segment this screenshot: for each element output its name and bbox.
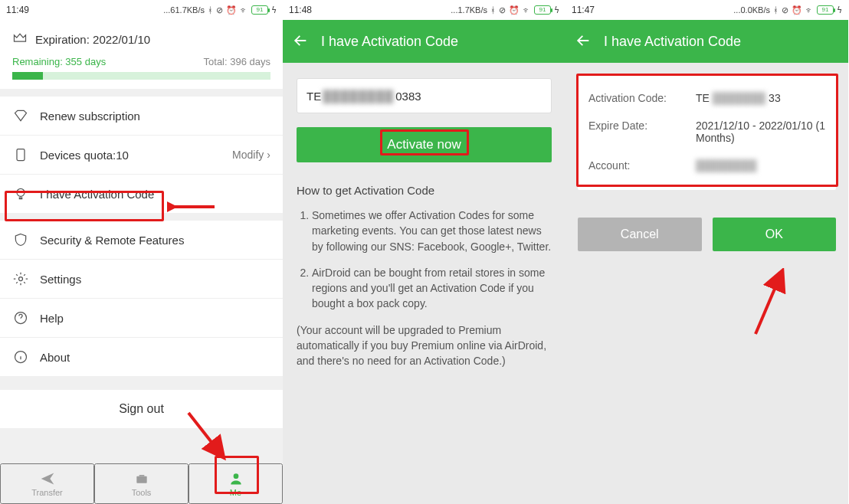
redacted-code: ███████ [713, 92, 765, 104]
svg-line-9 [756, 273, 782, 334]
status-bar: 11:47 ...0.0KB/s ᚼ ⊘ ⏰ ᯤ 91 ϟ [565, 0, 848, 20]
alarm-icon: ⏰ [226, 5, 237, 15]
about-label: About [40, 351, 270, 364]
howto-section: How to get Activation Code Sometimes we … [297, 184, 552, 369]
info-row-account: Account: ████████ [588, 152, 825, 179]
svg-rect-0 [17, 149, 25, 161]
back-arrow-icon [575, 32, 592, 49]
info-row-code: Activation Code: TE ███████ 33 [588, 84, 825, 112]
devices-quota-row[interactable]: Devices quota:10 Modify › [0, 136, 283, 174]
wifi-icon: ᯤ [805, 5, 814, 15]
confirm-button-row: Cancel OK [565, 202, 848, 267]
nav-transfer[interactable]: Transfer [0, 463, 94, 504]
dnd-icon: ⊘ [216, 5, 223, 15]
about-row[interactable]: About [0, 338, 283, 376]
quota-modify[interactable]: Modify › [232, 149, 270, 161]
settings-row[interactable]: Settings [0, 260, 283, 298]
crown-icon [12, 31, 28, 48]
wifi-icon: ᯤ [240, 5, 248, 15]
bluetooth-icon: ᚼ [490, 5, 496, 15]
charging-icon: ϟ [271, 5, 277, 15]
quota-label: Devices quota:10 [40, 149, 221, 162]
screen-activation-input: 11:48 ...1.7KB/s ᚼ ⊘ ⏰ ᯤ 91 ϟ I have Act… [283, 0, 565, 504]
howto-item-2: AirDroid can be bought from retail store… [312, 265, 552, 312]
renew-label: Renew subscription [40, 110, 270, 123]
diamond-icon [12, 107, 29, 124]
page-title: I have Activation Code [604, 34, 741, 50]
expiration-label: Expiration: 2022/01/10 [35, 33, 150, 46]
howto-title: How to get Activation Code [297, 184, 552, 197]
ok-button[interactable]: OK [713, 218, 837, 251]
expiration-progress-fill [12, 72, 43, 80]
howto-note: (Your account will be upgraded to Premiu… [297, 322, 552, 369]
app-bar: I have Activation Code [283, 20, 565, 63]
settings-label: Settings [40, 273, 270, 286]
activate-now-button[interactable]: Activate now [297, 127, 552, 162]
battery-icon: 91 [817, 5, 834, 15]
battery-icon: 91 [251, 5, 268, 15]
activation-label: I have Activation Code [40, 188, 270, 201]
svg-point-1 [17, 188, 25, 196]
charging-icon: ϟ [554, 5, 559, 15]
screen-activation-confirm: 11:47 ...0.0KB/s ᚼ ⊘ ⏰ ᯤ 91 ϟ I have Act… [565, 0, 848, 504]
page-title: I have Activation Code [321, 34, 458, 50]
toolbox-icon [134, 471, 149, 486]
total-days: Total: 396 days [204, 56, 270, 67]
redacted-account: ████████ [696, 159, 756, 172]
chevron-right-icon: › [267, 149, 270, 161]
back-button[interactable] [575, 32, 592, 51]
info-icon [12, 349, 29, 365]
alarm-icon: ⏰ [792, 5, 802, 15]
activation-info-card: Activation Code: TE ███████ 33 Expire Da… [578, 75, 836, 190]
app-bar: I have Activation Code [565, 20, 848, 63]
status-bar: 11:49 ...61.7KB/s ᚼ ⊘ ⏰ ᯤ 91 ϟ [0, 0, 283, 20]
dnd-icon: ⊘ [499, 5, 506, 15]
wifi-icon: ᯤ [523, 5, 531, 15]
gear-icon [12, 270, 29, 287]
expiration-block: Expiration: 2022/01/10 Remaining: 355 da… [0, 20, 283, 89]
expiration-progress [12, 72, 270, 80]
security-row[interactable]: Security & Remote Features [0, 221, 283, 259]
bluetooth-icon: ᚼ [208, 5, 213, 15]
status-right: ...61.7KB/s ᚼ ⊘ ⏰ ᯤ 91 ϟ [162, 5, 277, 15]
sign-out-button[interactable]: Sign out [0, 390, 283, 428]
nav-me[interactable]: Me [188, 463, 283, 504]
bluetooth-icon: ᚼ [773, 5, 779, 15]
lightbulb-icon [12, 185, 29, 202]
status-time: 11:47 [572, 5, 595, 15]
activation-code-row[interactable]: I have Activation Code [0, 175, 283, 213]
renew-subscription-row[interactable]: Renew subscription [0, 97, 283, 135]
status-bar: 11:48 ...1.7KB/s ᚼ ⊘ ⏰ ᯤ 91 ϟ [283, 0, 565, 20]
svg-point-6 [233, 473, 238, 479]
bottom-nav: Transfer Tools Me [0, 463, 283, 504]
back-button[interactable] [292, 32, 309, 51]
shield-icon [12, 231, 29, 248]
svg-rect-5 [136, 476, 146, 483]
dnd-icon: ⊘ [782, 5, 788, 15]
device-icon [12, 146, 29, 163]
svg-point-2 [19, 277, 23, 281]
help-icon [12, 309, 29, 326]
screen-me-settings: 11:49 ...61.7KB/s ᚼ ⊘ ⏰ ᯤ 91 ϟ Expiratio… [0, 0, 283, 504]
status-right: ...0.0KB/s ᚼ ⊘ ⏰ ᯤ 91 ϟ [732, 5, 842, 15]
alarm-icon: ⏰ [509, 5, 520, 15]
charging-icon: ϟ [837, 5, 842, 15]
nav-tools[interactable]: Tools [94, 463, 188, 504]
howto-item-1: Sometimes we offer Activation Codes for … [312, 208, 552, 254]
status-right: ...1.7KB/s ᚼ ⊘ ⏰ ᯤ 91 ϟ [449, 5, 559, 15]
send-icon [40, 471, 55, 486]
cancel-button[interactable]: Cancel [578, 218, 702, 251]
info-row-expire: Expire Date: 2021/12/10 - 2022/01/10 (1 … [588, 112, 825, 152]
redacted-code: ████████ [323, 90, 394, 103]
help-label: Help [40, 312, 270, 325]
activation-code-input[interactable]: TE ████████ 0383 [297, 78, 552, 113]
help-row[interactable]: Help [0, 299, 283, 337]
back-arrow-icon [292, 32, 309, 49]
remaining-days: Remaining: 355 days [12, 56, 106, 67]
person-icon [228, 471, 244, 486]
annotation-arrow-ok [749, 268, 795, 337]
security-label: Security & Remote Features [40, 234, 270, 247]
status-time: 11:49 [6, 5, 29, 15]
status-time: 11:48 [289, 5, 312, 15]
battery-icon: 91 [534, 5, 551, 15]
